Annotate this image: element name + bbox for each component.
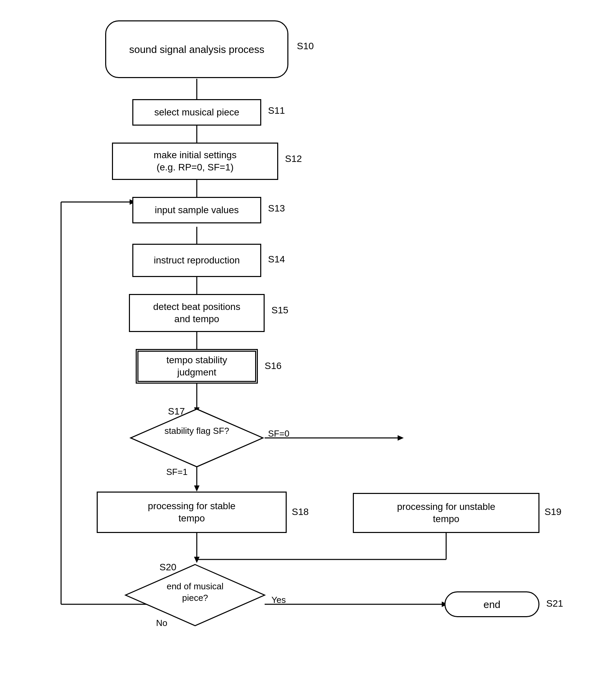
s17-node: stability flag SF? <box>129 407 265 468</box>
s11-step: S11 <box>268 105 285 116</box>
s13-label: input sample values <box>155 204 239 216</box>
s11-node: select musical piece <box>132 99 261 125</box>
s10-step: S10 <box>297 41 314 52</box>
s19-label: processing for unstable tempo <box>397 501 495 526</box>
s11-label: select musical piece <box>154 106 240 118</box>
s14-node: instruct reproduction <box>132 244 261 277</box>
s18-label: processing for stable tempo <box>148 500 236 525</box>
s20-node: end of musical piece? <box>124 563 266 627</box>
s13-step: S13 <box>268 203 285 214</box>
s15-step: S15 <box>272 305 289 316</box>
s21-step: S21 <box>546 598 563 609</box>
s12-label: make initial settings (e.g. RP=0, SF=1) <box>154 149 237 174</box>
svg-text:end of musical: end of musical <box>167 581 224 591</box>
s19-node: processing for unstable tempo <box>353 493 539 533</box>
svg-marker-15 <box>194 485 199 492</box>
s13-node: input sample values <box>132 197 261 223</box>
s12-node: make initial settings (e.g. RP=0, SF=1) <box>112 142 278 180</box>
svg-marker-31 <box>130 409 263 467</box>
s21-label: end <box>484 598 501 611</box>
s20-step: S20 <box>159 562 176 573</box>
sf0-label: SF=0 <box>268 428 290 439</box>
sf1-label: SF=1 <box>166 467 188 477</box>
s21-node: end <box>445 591 539 617</box>
s16-node: tempo stability judgment <box>136 349 258 383</box>
no-label: No <box>156 618 167 628</box>
s20-diamond-svg: end of musical piece? <box>124 563 266 627</box>
s15-label: detect beat positions and tempo <box>153 301 241 326</box>
s12-step: S12 <box>285 153 302 164</box>
s18-node: processing for stable tempo <box>97 492 287 533</box>
svg-text:piece?: piece? <box>182 593 208 603</box>
s16-step: S16 <box>265 360 282 371</box>
s10-label: sound signal analysis process <box>129 43 265 56</box>
s14-step: S14 <box>268 254 285 265</box>
s16-label: tempo stability judgment <box>167 354 227 379</box>
s14-label: instruct reproduction <box>154 254 240 267</box>
flowchart: sound signal analysis process S10 select… <box>0 0 609 700</box>
s18-step: S18 <box>292 507 309 517</box>
s19-step: S19 <box>544 507 561 517</box>
yes-label: Yes <box>272 595 286 605</box>
svg-marker-18 <box>398 435 404 441</box>
svg-marker-20 <box>194 557 199 563</box>
svg-marker-23 <box>194 557 199 563</box>
s15-node: detect beat positions and tempo <box>129 294 265 332</box>
s17-diamond-svg: stability flag SF? <box>129 407 265 468</box>
svg-text:stability flag SF?: stability flag SF? <box>164 426 229 436</box>
s10-node: sound signal analysis process <box>105 20 289 78</box>
s17-step: S17 <box>168 406 185 417</box>
